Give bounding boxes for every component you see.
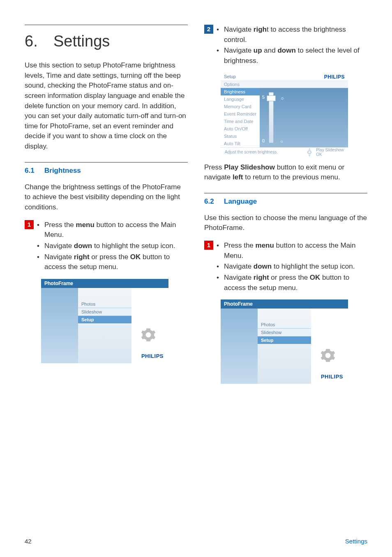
instruction-bullet: • Navigate right to access the brightnes… <box>217 25 367 45</box>
screenshot-menu-list: Photos Slideshow Setup <box>78 288 131 363</box>
screenshot-subtitle: Options <box>221 81 348 88</box>
footer-help-text: Adjust the screen brightness. <box>225 150 278 154</box>
joystick-icon: ▲ ▼ <box>305 148 314 156</box>
instruction-bullet: • Navigate down to highlight the setup i… <box>37 241 188 251</box>
sun-icon: ☼ <box>280 95 284 100</box>
screenshot-menu-list: Photos Slideshow Setup <box>258 309 311 384</box>
chapter-title: Settings <box>53 32 110 50</box>
instruction-bullet: • Press the menu button to access the Ma… <box>37 220 188 240</box>
instruction-bullet: • Navigate right or press the OK button … <box>217 273 367 293</box>
bullet-text: Navigate up and down to select the level… <box>224 46 367 66</box>
option-brightness: Brightness <box>221 88 260 95</box>
screenshot-main-menu: PhotoFrame Photos Slideshow Setup PHILIP… <box>41 279 168 363</box>
screenshot-header: Setup PHILIPS <box>221 73 348 81</box>
bullet-text: Press the menu button to access the Main… <box>44 220 188 240</box>
option-status: Status <box>221 132 260 140</box>
slider-label-bottom: 0 <box>262 138 265 143</box>
instruction-bullet: • Navigate up and down to select the lev… <box>217 46 367 66</box>
page-footer: 42 Settings <box>25 538 367 545</box>
screenshot-footer: Adjust the screen brightness. ▲ ▼ Play S… <box>221 147 348 157</box>
section-number: 6.1 <box>25 167 44 175</box>
screenshot-brightness: Setup PHILIPS Options Brightness Languag… <box>221 73 348 155</box>
bullet-text: Navigate right to access the brightness … <box>224 25 367 45</box>
footer-ok-label: OK <box>316 152 344 157</box>
option-auto-onoff: Auto On/Off <box>221 125 260 132</box>
screenshot-left-pane <box>221 309 258 384</box>
option-auto-tilt: Auto Tilt <box>221 140 260 147</box>
option-time-date: Time and Date <box>221 118 260 125</box>
brand-logo: PHILIPS <box>321 374 343 380</box>
section-rule <box>25 162 188 162</box>
bullet-dot: • <box>37 220 42 240</box>
step-2: 2 • Navigate right to access the brightn… <box>204 25 367 67</box>
section-title: Brightness <box>44 167 81 174</box>
brand-logo: PHILIPS <box>141 353 164 359</box>
step-number-badge: 1 <box>204 241 213 250</box>
section-heading-brightness: 6.1Brightness <box>25 167 188 175</box>
instruction-bullet: • Navigate right or press the OK button … <box>37 252 188 272</box>
menu-item-setup: Setup <box>78 316 131 323</box>
step-number-badge: 1 <box>25 220 34 229</box>
after-image-text: Press Play Slideshow button to exit menu… <box>204 162 367 183</box>
bullet-dot: • <box>37 252 42 272</box>
screenshot-main-menu: PhotoFrame Photos Slideshow Setup PHILIP… <box>221 299 348 384</box>
menu-item-setup: Setup <box>258 337 311 344</box>
gear-icon <box>320 348 336 365</box>
step-number-badge: 2 <box>204 25 213 34</box>
bullet-dot: • <box>217 25 221 45</box>
footer-section-label: Settings <box>345 538 367 545</box>
step-1: 1 • Press the menu button to access the … <box>25 220 188 273</box>
brightness-slider-area: 5 0 ☼ ○ <box>260 88 348 147</box>
brand-logo: PHILIPS <box>324 74 345 79</box>
menu-item-slideshow: Slideshow <box>258 329 311 337</box>
menu-item-photos: Photos <box>258 321 311 329</box>
chapter-heading: 6.Settings <box>25 32 188 50</box>
option-language: Language <box>221 95 260 103</box>
bullet-text: Navigate down to highlight the setup ico… <box>224 262 355 272</box>
bullet-dot: • <box>37 241 42 251</box>
column-rule <box>25 25 188 25</box>
bullet-text: Navigate down to highlight the setup ico… <box>44 241 175 251</box>
page-number: 42 <box>25 538 32 545</box>
gear-icon <box>141 327 156 344</box>
sun-dim-icon: ○ <box>280 139 283 144</box>
option-event-reminder: Event Reminder <box>221 110 260 118</box>
bullet-dot: • <box>217 46 221 66</box>
bullet-text: Navigate right or press the OK button to… <box>44 252 188 272</box>
bullet-text: Press the menu button to access the Main… <box>224 241 367 261</box>
screenshot-title: Setup <box>224 74 236 79</box>
instruction-bullet: • Navigate down to highlight the setup i… <box>217 262 367 272</box>
slider-knob <box>267 95 276 101</box>
section-number: 6.2 <box>204 197 224 206</box>
section-intro: Use this section to choose the menu lang… <box>204 213 367 233</box>
section-rule <box>204 193 367 193</box>
chapter-number: 6. <box>25 32 53 50</box>
option-memory-card: Memory Card <box>221 103 260 110</box>
section-intro: Change the brightness settings of the Ph… <box>25 182 188 213</box>
screenshot-right-pane: PHILIPS <box>311 309 348 384</box>
bullet-dot: • <box>217 241 221 261</box>
section-heading-language: 6.2Language <box>204 197 367 206</box>
menu-item-slideshow: Slideshow <box>78 308 131 316</box>
menu-item-photos: Photos <box>78 300 131 308</box>
screenshot-right-pane: PHILIPS <box>131 288 168 363</box>
slider-label-top: 5 <box>262 95 265 100</box>
section-title: Language <box>224 197 257 205</box>
screenshot-titlebar: PhotoFrame <box>221 299 348 309</box>
bullet-dot: • <box>217 262 221 272</box>
step-1: 1 • Press the menu button to access the … <box>204 241 367 294</box>
instruction-bullet: • Press the menu button to access the Ma… <box>217 241 367 261</box>
bullet-dot: • <box>217 273 221 293</box>
intro-paragraph: Use this section to setup PhotoFrame bri… <box>25 60 188 152</box>
bullet-text: Navigate right or press the OK button to… <box>224 273 367 293</box>
options-sidebar: Brightness Language Memory Card Event Re… <box>221 88 260 147</box>
screenshot-left-pane <box>41 288 78 363</box>
screenshot-titlebar: PhotoFrame <box>41 279 168 288</box>
footer-play-label: Play Slideshow <box>316 148 344 152</box>
